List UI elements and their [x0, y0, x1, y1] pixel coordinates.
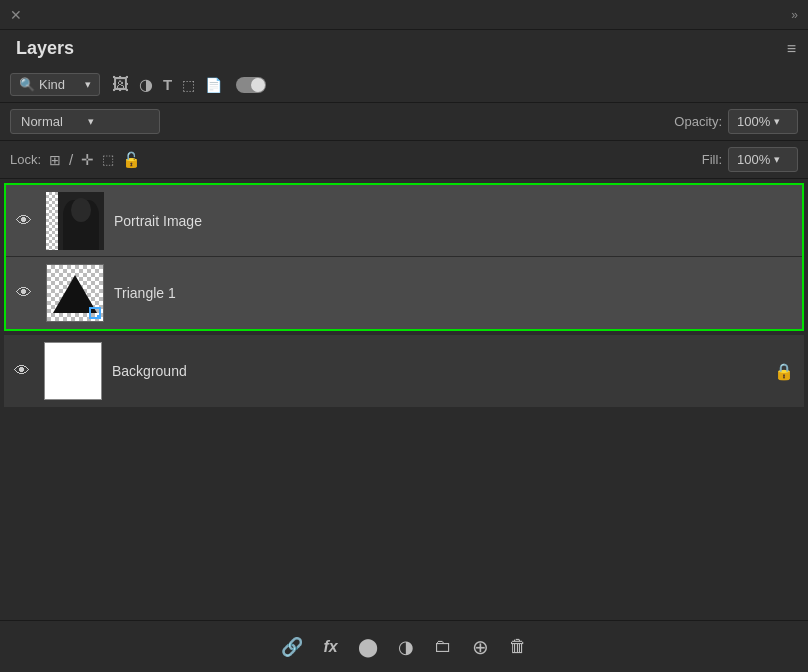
- visibility-icon[interactable]: 👁: [14, 362, 34, 380]
- layer-name: Triangle 1: [114, 285, 792, 301]
- link-layers-icon[interactable]: 🔗: [281, 636, 303, 658]
- new-group-icon[interactable]: 🗀: [434, 636, 452, 657]
- layer-thumbnail: [46, 264, 104, 322]
- lock-icons: ⊞ / ✛ ⬚ 🔓: [49, 151, 141, 169]
- title-row: Layers ≡: [0, 30, 808, 67]
- adjustment-layer-icon[interactable]: ◑: [398, 636, 414, 658]
- blend-row: Normal ▾ Opacity: 100% ▾: [0, 103, 808, 141]
- image-filter-icon[interactable]: 🖼: [112, 75, 129, 95]
- filter-icons: 🖼 ◑ T ⬚ 📄: [112, 75, 266, 95]
- top-bar-left: ✕: [10, 7, 22, 23]
- blend-mode-arrow-icon: ▾: [88, 115, 149, 128]
- transform-handle-icon: [89, 307, 101, 319]
- layer-thumbnail: [44, 342, 102, 400]
- panel-title: Layers: [16, 38, 74, 59]
- fill-group: Fill: 100% ▾: [702, 147, 798, 172]
- layer-mask-icon[interactable]: ⬤: [358, 636, 378, 658]
- panel-menu-icon[interactable]: ≡: [787, 40, 796, 58]
- blend-mode-dropdown[interactable]: Normal ▾: [10, 109, 160, 134]
- opacity-arrow-icon: ▾: [774, 115, 780, 128]
- layer-name: Portrait Image: [114, 213, 792, 229]
- collapse-icon[interactable]: »: [791, 8, 798, 22]
- layer-lock-icon: 🔒: [774, 362, 794, 381]
- filter-toggle[interactable]: [236, 77, 266, 93]
- kind-arrow-icon: ▾: [85, 78, 91, 91]
- visibility-icon[interactable]: 👁: [16, 212, 36, 230]
- top-bar: ✕ »: [0, 0, 808, 30]
- shape-filter-icon[interactable]: ⬚: [182, 77, 195, 93]
- layer-effects-icon[interactable]: fx: [323, 638, 337, 656]
- fill-value: 100%: [737, 152, 770, 167]
- close-icon[interactable]: ✕: [10, 7, 22, 23]
- opacity-dropdown[interactable]: 100% ▾: [728, 109, 798, 134]
- bottom-toolbar: 🔗 fx ⬤ ◑ 🗀 ⊕ 🗑: [0, 620, 808, 672]
- search-icon: 🔍: [19, 77, 35, 92]
- filter-row: 🔍 Kind ▾ 🖼 ◑ T ⬚ 📄: [0, 67, 808, 103]
- lock-artboard-icon[interactable]: ⬚: [102, 152, 114, 167]
- adjustment-filter-icon[interactable]: ◑: [139, 75, 153, 94]
- fill-dropdown[interactable]: 100% ▾: [728, 147, 798, 172]
- lock-all-icon[interactable]: 🔓: [122, 151, 141, 169]
- blend-mode-label: Normal: [21, 114, 82, 129]
- type-filter-icon[interactable]: T: [163, 76, 172, 93]
- layers-list: 👁 Portrait Image 👁: [0, 179, 808, 620]
- kind-dropdown[interactable]: 🔍 Kind ▾: [10, 73, 100, 96]
- fill-arrow-icon: ▾: [774, 153, 780, 166]
- selected-layers-group: 👁 Portrait Image 👁: [4, 183, 804, 331]
- delete-layer-icon[interactable]: 🗑: [509, 636, 527, 657]
- lock-label: Lock:: [10, 152, 41, 167]
- layer-thumbnail: [46, 192, 104, 250]
- lock-row: Lock: ⊞ / ✛ ⬚ 🔓 Fill: 100% ▾: [0, 141, 808, 179]
- opacity-label: Opacity:: [674, 114, 722, 129]
- layer-item[interactable]: 👁 Portrait Image: [6, 185, 802, 257]
- fill-label: Fill:: [702, 152, 722, 167]
- layer-item[interactable]: 👁 Background 🔒: [4, 335, 804, 407]
- opacity-group: Opacity: 100% ▾: [674, 109, 798, 134]
- layer-name: Background: [112, 363, 764, 379]
- transparency-checker: [46, 192, 58, 250]
- new-layer-icon[interactable]: ⊕: [472, 635, 489, 659]
- visibility-icon[interactable]: 👁: [16, 284, 36, 302]
- kind-label: Kind: [39, 77, 65, 92]
- layer-item[interactable]: 👁 Triangle 1: [6, 257, 802, 329]
- smartobject-filter-icon[interactable]: 📄: [205, 77, 222, 93]
- lock-pixels-icon[interactable]: ⊞: [49, 152, 61, 168]
- opacity-value: 100%: [737, 114, 770, 129]
- layers-panel: ✕ » Layers ≡ 🔍 Kind ▾ 🖼 ◑ T ⬚ 📄: [0, 0, 808, 672]
- lock-paint-icon[interactable]: /: [69, 151, 73, 168]
- lock-move-icon[interactable]: ✛: [81, 151, 94, 169]
